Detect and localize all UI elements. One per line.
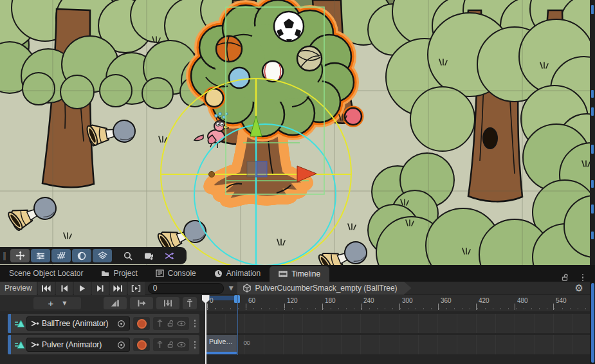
vertical-scrollbar[interactable]: [590, 282, 595, 364]
preview-toggle-button[interactable]: Preview: [0, 282, 37, 295]
breadcrumb[interactable]: PulverCucumberSmack_empty (BallTree): [237, 282, 412, 295]
pin-icon: [186, 299, 194, 307]
playhead-line: [205, 295, 206, 364]
add-track-button[interactable]: + ▼: [33, 297, 81, 309]
tab-label: Scene Object Locator: [9, 269, 83, 278]
skip-start-icon: [41, 285, 51, 292]
ruler-tick: 480: [517, 297, 528, 304]
pink-ball-sprite[interactable]: [345, 108, 362, 125]
unlock-icon[interactable]: [561, 273, 569, 282]
animator-bird-icon: [31, 341, 39, 349]
record-button[interactable]: [133, 317, 150, 330]
tab-label: Project: [113, 269, 137, 278]
panel-menu-icon[interactable]: [578, 274, 587, 282]
scene-view[interactable]: [0, 0, 595, 265]
sliders-icon: [36, 251, 45, 260]
arrow-down-between-bars-icon: [163, 299, 172, 307]
ruler-tick: 300: [402, 297, 413, 304]
layers-tool-button[interactable]: [93, 249, 112, 262]
edit-mode-insert-button[interactable]: [130, 297, 153, 309]
animator-object-field[interactable]: BallTree (Animator): [26, 316, 130, 331]
scrollbar-thumb[interactable]: [591, 283, 594, 363]
go-to-start-button[interactable]: [38, 282, 55, 295]
pin-icon[interactable]: [156, 320, 163, 327]
film-icon: [279, 270, 288, 278]
camera-tool-button[interactable]: [139, 249, 158, 262]
scene-toolbar: ‖: [0, 247, 187, 264]
track-color-stripe: [8, 335, 11, 354]
animator-bird-icon: [31, 320, 39, 327]
hatch-fill-tool-button[interactable]: [51, 249, 71, 262]
tab-scene-object-locator[interactable]: Scene Object Locator: [0, 265, 92, 282]
ruler-tick: 60: [248, 297, 255, 304]
timeline-end-marker-line: [237, 295, 238, 355]
sphere-tool-button[interactable]: [72, 249, 91, 262]
shuffle-tool-button[interactable]: [160, 249, 179, 262]
folder-icon: [101, 269, 109, 277]
object-picker-icon[interactable]: [117, 341, 125, 349]
pin-all-button[interactable]: [183, 297, 197, 309]
mix-mode-button[interactable]: [104, 297, 127, 309]
scene-right-scrollbar[interactable]: [590, 0, 595, 265]
frame-input[interactable]: [148, 283, 224, 294]
panel-tab-bar: Scene Object Locator Project Console Ani…: [0, 265, 595, 282]
console-icon: [156, 269, 164, 277]
ruler-tick: 240: [363, 297, 374, 304]
animation-track-icon: [14, 318, 25, 329]
add-caret-icon: ▼: [62, 300, 66, 306]
sphere-icon: [77, 251, 86, 260]
animation-track-icon: [14, 340, 25, 350]
infinite-clip-icon: ∞: [243, 336, 251, 349]
timeline-ruler[interactable]: 0 60 120 180 240 300 360 420 480 540: [206, 295, 590, 311]
frame-dropdown-caret[interactable]: ▼: [229, 285, 233, 291]
play-icon: [78, 285, 86, 292]
track-row[interactable]: BallTree (Animator): [8, 314, 199, 333]
blue-ball-sprite[interactable]: [229, 68, 250, 88]
search-tool-button[interactable]: [118, 249, 138, 262]
breadcrumb-label: PulverCucumberSmack_empty (BallTree): [255, 284, 398, 293]
tab-animation[interactable]: Animation: [205, 265, 270, 282]
timeline-lanes[interactable]: Pulve… ∞: [206, 311, 590, 364]
animator-object-field[interactable]: Pulver (Animator): [26, 338, 130, 352]
editor-window: ‖: [0, 0, 595, 364]
next-frame-button[interactable]: [92, 282, 109, 295]
object-picker-icon[interactable]: [117, 320, 125, 328]
basketball-sprite[interactable]: [216, 36, 242, 62]
record-button[interactable]: [133, 338, 150, 351]
move-tool-button[interactable]: [10, 249, 30, 262]
lock-icon[interactable]: [167, 320, 174, 327]
animation-clip[interactable]: Pulve…: [206, 335, 237, 354]
camera-icon: [144, 251, 154, 260]
toolbar-drag-handle[interactable]: ‖: [3, 251, 7, 260]
eye-icon[interactable]: [177, 320, 186, 327]
search-icon: [124, 251, 133, 260]
tab-project[interactable]: Project: [92, 265, 146, 282]
tab-label: Animation: [226, 269, 261, 278]
lock-icon[interactable]: [167, 341, 174, 349]
play-button[interactable]: [74, 282, 91, 295]
move-icon: [15, 251, 25, 260]
edit-mode-replace-button[interactable]: [156, 297, 179, 309]
bar-arrow-right-icon: [137, 299, 146, 307]
previous-frame-button[interactable]: [56, 282, 73, 295]
ramp-icon: [111, 299, 120, 307]
ruler-tick: 0: [210, 297, 214, 304]
tab-timeline[interactable]: Timeline: [270, 266, 329, 282]
track-row[interactable]: Pulver (Animator): [8, 335, 199, 354]
pin-icon[interactable]: [156, 341, 163, 349]
track-menu-icon[interactable]: [190, 341, 199, 349]
track-menu-icon[interactable]: [190, 320, 199, 327]
volleyball-sprite[interactable]: [297, 46, 322, 71]
ruler-tick: 120: [287, 297, 298, 304]
track-lane[interactable]: Pulve… ∞: [206, 335, 590, 354]
tab-console[interactable]: Console: [147, 265, 205, 282]
track-lane[interactable]: [206, 314, 590, 333]
eye-icon[interactable]: [177, 341, 186, 349]
soccer-ball-sprite[interactable]: [274, 12, 304, 41]
sliders-tool-button[interactable]: [31, 249, 50, 262]
go-to-end-button[interactable]: [110, 282, 127, 295]
settings-gear-icon[interactable]: ⚙: [575, 284, 583, 293]
clock-icon: [214, 269, 223, 278]
play-range-button[interactable]: [128, 282, 145, 295]
pivot-dot: [209, 172, 215, 177]
